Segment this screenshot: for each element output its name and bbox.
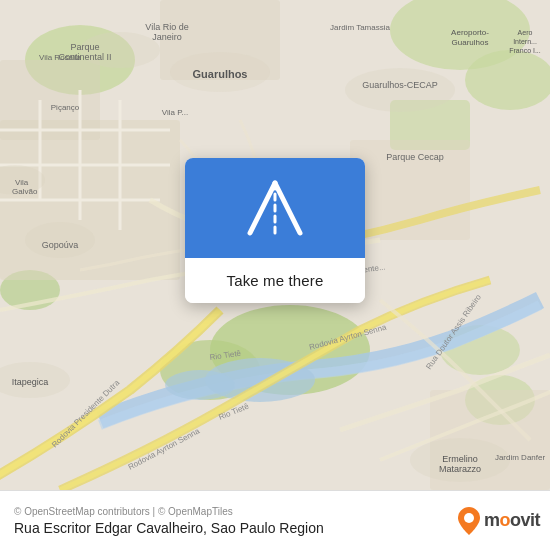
moovit-pin-icon bbox=[458, 507, 480, 535]
svg-point-27 bbox=[345, 68, 455, 112]
moovit-logo: moovit bbox=[458, 507, 540, 535]
map-attribution: © OpenStreetMap contributors | © OpenMap… bbox=[14, 506, 458, 517]
svg-text:Vila Rio de: Vila Rio de bbox=[145, 22, 188, 32]
svg-text:Jardim Tamassia: Jardim Tamassia bbox=[330, 23, 390, 32]
location-label: Rua Escritor Edgar Cavalheiro, Sao Paulo… bbox=[14, 520, 458, 536]
card-icon-area bbox=[185, 158, 365, 258]
bottom-text-area: © OpenStreetMap contributors | © OpenMap… bbox=[14, 506, 458, 536]
svg-text:Itapegica: Itapegica bbox=[12, 377, 49, 387]
svg-point-63 bbox=[464, 513, 474, 523]
svg-text:Guarulhos-CECAP: Guarulhos-CECAP bbox=[362, 80, 438, 90]
svg-text:Parque Cecap: Parque Cecap bbox=[386, 152, 444, 162]
svg-point-11 bbox=[165, 370, 235, 400]
svg-text:Piçanço: Piçanço bbox=[51, 103, 80, 112]
svg-text:Aero: Aero bbox=[518, 29, 533, 36]
svg-text:Intern...: Intern... bbox=[513, 38, 537, 45]
road-icon bbox=[235, 168, 315, 248]
svg-line-60 bbox=[250, 183, 275, 233]
moovit-accent-o: o bbox=[499, 510, 510, 530]
card-overlay: Take me there bbox=[185, 158, 365, 303]
svg-text:Vila Rosália: Vila Rosália bbox=[39, 53, 82, 62]
svg-text:Vila P...: Vila P... bbox=[162, 108, 188, 117]
svg-text:Jardim Danfer: Jardim Danfer bbox=[495, 453, 546, 462]
svg-line-61 bbox=[275, 183, 300, 233]
svg-text:Janeiro: Janeiro bbox=[152, 32, 182, 42]
take-me-there-button[interactable]: Take me there bbox=[185, 258, 365, 303]
bottom-bar: © OpenStreetMap contributors | © OpenMap… bbox=[0, 490, 550, 550]
svg-text:Guarulhos: Guarulhos bbox=[192, 68, 247, 80]
svg-text:Guarulhos: Guarulhos bbox=[452, 38, 489, 47]
svg-rect-13 bbox=[0, 60, 100, 140]
svg-text:Galvão: Galvão bbox=[12, 187, 38, 196]
svg-text:Vila: Vila bbox=[15, 178, 29, 187]
svg-text:Gopoúva: Gopoúva bbox=[42, 240, 79, 250]
svg-text:Parque: Parque bbox=[70, 42, 99, 52]
svg-text:Matarazzo: Matarazzo bbox=[439, 464, 481, 474]
map-container: Parque Continental II Vila Rio de Janeir… bbox=[0, 0, 550, 490]
svg-text:Franco I...: Franco I... bbox=[509, 47, 541, 54]
svg-text:Aeroporto-: Aeroporto- bbox=[451, 28, 489, 37]
svg-text:Ermelino: Ermelino bbox=[442, 454, 478, 464]
moovit-brand-text: moovit bbox=[484, 510, 540, 531]
